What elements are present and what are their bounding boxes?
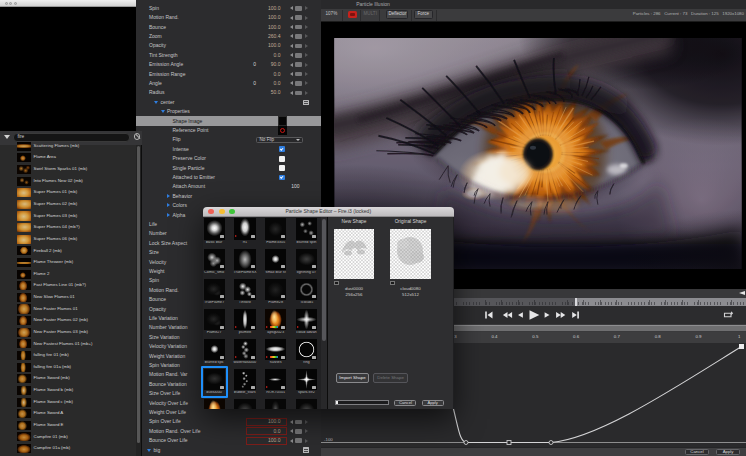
svg-text:-100: -100 xyxy=(324,436,333,441)
